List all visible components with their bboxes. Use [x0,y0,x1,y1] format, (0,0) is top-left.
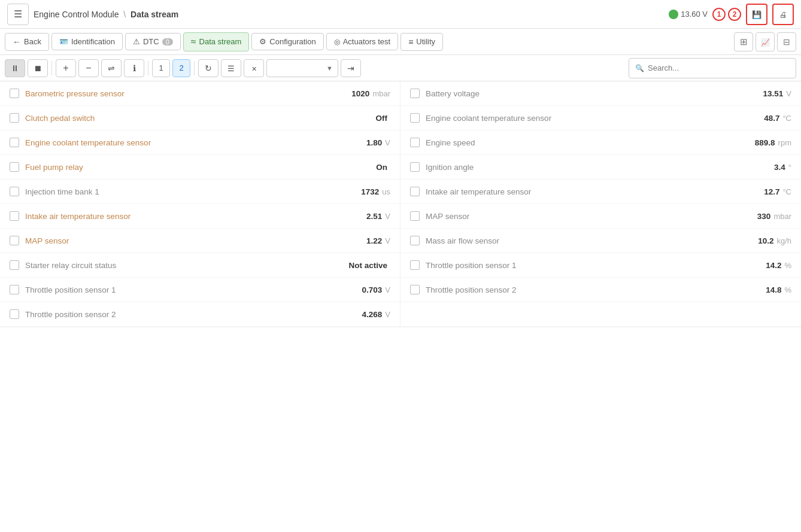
back-button[interactable]: Back [5,33,49,51]
table-row: Starter relay circuit status Not active [0,253,400,278]
stop-button[interactable] [28,59,48,77]
row-checkbox[interactable] [10,260,19,270]
sensor-unit: mbar [773,212,791,221]
nav-bar: Back Identification DTC 0 Data stream Co… [0,29,801,55]
badge-2: 2 [728,8,741,21]
row-checkbox[interactable] [410,260,420,270]
sensor-name: MAP sensor [25,236,360,245]
filter-icon [108,63,115,73]
stop-icon [34,63,42,73]
stream-icon [191,37,196,47]
sensor-value: 13.51 [763,89,784,98]
sensor-unit: °C [782,114,791,123]
table-view-button[interactable] [777,32,796,51]
datastream-tab[interactable]: Data stream [183,32,250,51]
page-1-button[interactable]: 1 [152,59,170,77]
filter-dropdown[interactable]: ▼ [266,59,338,77]
utility-icon [408,37,413,47]
actuators-label: Actuators test [343,37,390,46]
table-row: Throttle position sensor 1 14.2 % [400,253,801,278]
table-row: Intake air temperature sensor 2.51 V [0,204,400,229]
sensor-name: Intake air temperature sensor [25,212,360,221]
row-checkbox[interactable] [410,89,420,98]
search-input[interactable] [648,63,790,72]
row-checkbox[interactable] [10,285,19,294]
row-checkbox[interactable] [10,187,19,196]
minus-icon [86,63,91,74]
sensor-name: Throttle position sensor 2 [25,310,356,319]
sensor-name: Fuel pump relay [25,163,370,172]
data-grid: Barometric pressure sensor 1020 mbar Bat… [0,81,801,327]
hamburger-button[interactable] [7,4,29,25]
pin-icon [347,63,354,73]
sensor-name: Throttle position sensor 2 [426,285,760,294]
row-checkbox[interactable] [10,162,19,172]
print-button[interactable] [772,4,794,25]
pin-button[interactable] [341,59,361,77]
save-button[interactable] [746,4,767,25]
page-name: Data stream [131,10,178,19]
row-checkbox[interactable] [10,89,19,98]
voltage-value: 13.60 V [681,10,708,19]
sensor-unit: V [385,212,390,221]
list-button[interactable] [221,59,241,77]
row-checkbox[interactable] [10,309,19,319]
row-checkbox[interactable] [410,187,420,196]
dtc-tab[interactable]: DTC 0 [125,33,181,50]
chart-icon [761,37,770,47]
table-row: MAP sensor 330 mbar [400,204,801,229]
pause-button[interactable] [5,59,25,77]
utility-tab[interactable]: Utility [400,33,443,51]
row-checkbox[interactable] [10,236,19,245]
grid-view-button[interactable] [734,32,753,51]
row-checkbox[interactable] [410,113,420,123]
dtc-icon [133,37,140,46]
row-checkbox[interactable] [410,236,420,245]
actuator-icon [334,37,340,46]
add-button[interactable] [56,59,76,77]
sensor-name: Engine coolant temperature sensor [426,114,758,123]
row-checkbox[interactable] [410,138,420,147]
connection-status-dot [669,10,678,19]
row-checkbox[interactable] [410,211,420,221]
table-row: Ignition angle 3.4 ° [400,155,801,180]
table-row: Engine speed 889.8 rpm [400,130,801,155]
save-icon [752,9,761,20]
sensor-name: Engine coolant temperature sensor [25,138,360,147]
page-2-button[interactable]: 2 [172,59,190,77]
row-checkbox[interactable] [10,138,19,147]
sensor-unit: V [385,310,390,319]
info-button[interactable] [124,59,144,77]
refresh-button[interactable] [198,59,219,77]
row-checkbox[interactable] [410,285,420,294]
title-separator: \ [123,10,128,19]
configuration-label: Configuration [269,37,315,46]
table-row: Engine coolant temperature sensor 1.80 V [0,130,400,155]
actuators-tab[interactable]: Actuators test [326,33,398,50]
module-name: Engine Control Module [34,10,119,19]
table-row: Mass air flow sensor 10.2 kg/h [400,229,801,253]
row-checkbox[interactable] [10,211,19,221]
sensor-name: Barometric pressure sensor [25,89,345,98]
minus-button[interactable] [78,59,99,77]
pause-icon [11,63,19,73]
filter-button[interactable] [101,59,122,77]
clear-button[interactable] [244,59,264,77]
sensor-unit: us [382,187,390,196]
table-row: Intake air temperature sensor 12.7 °C [400,180,801,204]
row-checkbox[interactable] [10,113,19,123]
refresh-icon [205,63,212,73]
sensor-unit: V [385,236,390,245]
configuration-tab[interactable]: Configuration [251,33,323,50]
chart-view-button[interactable] [756,32,775,51]
sensor-value: 1732 [361,187,379,196]
table-row: Fuel pump relay On [0,155,400,180]
identification-tab[interactable]: Identification [51,33,123,50]
sensor-unit: % [784,285,791,294]
row-checkbox[interactable] [410,162,420,172]
search-box[interactable] [629,58,796,78]
sensor-name: Battery voltage [426,89,757,98]
dtc-count-badge: 0 [162,38,173,45]
table-row: Throttle position sensor 1 0.703 V [0,278,400,302]
id-icon [59,37,68,46]
